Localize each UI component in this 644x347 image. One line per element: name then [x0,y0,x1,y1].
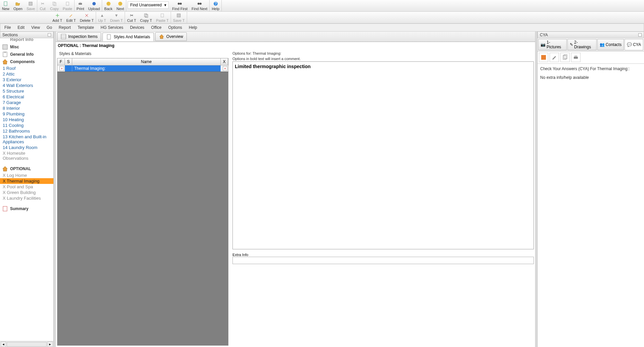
section-components[interactable]: Components [0,58,53,65]
cya-tab-drawings[interactable]: ✎2-Drawings [567,39,597,50]
save-button[interactable]: Save [25,0,37,11]
extra-info-input[interactable] [232,257,534,264]
svg-rect-26 [3,206,7,211]
comp-exterior[interactable]: 3 Exterior [0,77,53,83]
find-next-button[interactable]: Find Next [189,0,209,11]
copy-button[interactable]: Copy [48,0,61,11]
section-report-info[interactable]: Report Info [0,38,53,43]
sections-panel: Sections Report Info Misc General Info C… [0,32,54,347]
comp-attic[interactable]: 2 Attic [0,71,53,77]
comp-laundry-room[interactable]: 14 Laundry Room [0,145,53,150]
cya-tab-cya[interactable]: 💬CYA [625,39,643,50]
menu-template[interactable]: Template [75,24,97,31]
comp-homesite[interactable]: X Homesite Observations [0,150,53,161]
comp-interior[interactable]: 8 Interior [0,105,53,111]
section-general-info[interactable]: General Info [0,51,53,58]
col-s[interactable]: S [65,58,72,65]
col-f[interactable]: F [57,58,65,65]
comp-garage[interactable]: 7 Garage [0,100,53,105]
delete-t-button[interactable]: Delete T [78,12,96,23]
comp-kitchen[interactable]: 13 Kitchen and Built-in Appliances [0,134,53,145]
add-t-button[interactable]: Add T [50,12,64,23]
opt-pool-spa[interactable]: X Pool and Spa [0,184,53,190]
cya-header: CYA [538,32,644,38]
option-limited-thermo[interactable]: Limited thermographic inspection [235,64,531,69]
comp-electrical[interactable]: 6 Electrical [0,94,53,100]
tab-inspection-items[interactable]: Inspection Items [57,32,101,41]
menu-edit[interactable]: Edit [15,24,27,31]
new-button[interactable]: New [0,0,11,11]
next-button[interactable]: Next [115,0,126,11]
col-x[interactable]: X [221,58,228,65]
section-misc[interactable]: Misc [0,43,53,51]
cya-btn-print[interactable] [571,53,581,62]
cya-btn-copy[interactable] [560,53,570,62]
menu-options[interactable]: Options [166,24,185,31]
panel-toggle-icon[interactable] [48,33,51,37]
options-header-1: Options for: Thermal Imaging: [232,51,534,56]
comp-plumbing[interactable]: 9 Plumbing [0,111,53,117]
cut-t-button[interactable]: ✂Cut T [125,12,138,23]
styles-table: F S Name X × Thermal Imaging: × [57,58,228,346]
up-t-button[interactable]: ▲Up T [96,12,108,23]
section-summary[interactable]: Summary [0,205,53,212]
help-button[interactable]: ?Help [210,0,221,11]
cya-body-text: No extra info/help available [540,75,641,80]
cya-tab-pictures[interactable]: 📷1-Pictures [538,39,567,50]
opt-log-home[interactable]: X Log Home [0,172,53,178]
menu-file[interactable]: File [2,24,13,31]
cya-btn-1[interactable] [539,53,548,62]
content-subtitle: Styles & Materials [57,51,228,58]
print-button[interactable]: Print [75,0,86,11]
edit-t-button[interactable]: Edit T [64,12,78,23]
row-x-delete-icon[interactable]: × [223,66,227,71]
menu-bar: File Edit View Go Report Template HG Ser… [0,23,644,32]
menu-view[interactable]: View [29,24,43,31]
comp-wall-exteriors[interactable]: 4 Wall Exteriors [0,83,53,88]
copy-t-button[interactable]: Copy T [138,12,154,23]
menu-report[interactable]: Report [56,24,74,31]
svg-point-13 [198,3,200,5]
save-t-button[interactable]: Save T [171,12,187,23]
report-icon [2,206,8,212]
opt-thermal-imaging[interactable]: X Thermal Imaging [0,178,53,184]
paste-button[interactable]: Paste [61,0,74,11]
comp-heating[interactable]: 10 Heating [0,117,53,122]
tab-overview[interactable]: Overview [155,32,187,41]
people-icon: 👥 [600,42,605,47]
comp-cooling[interactable]: 11 Cooling [0,122,53,128]
opt-green-building[interactable]: X Green Building [0,190,53,195]
svg-rect-23 [4,52,6,53]
row-f-delete-icon[interactable]: × [59,66,64,71]
panel-toggle-icon[interactable] [638,33,642,37]
style-row-thermal[interactable]: × Thermal Imaging: × [57,65,228,72]
upload-button[interactable]: Upload [86,0,102,11]
comp-structure[interactable]: 5 Structure [0,88,53,94]
styles-table-header: F S Name X [57,58,228,65]
comp-roof[interactable]: 1 Roof [0,65,53,71]
misc-icon [2,44,8,50]
down-t-button[interactable]: ▼Down T [108,12,125,23]
svg-point-14 [200,3,202,5]
cya-btn-edit[interactable] [550,53,559,62]
tab-styles-materials[interactable]: Styles And Materials [102,33,154,41]
find-combo[interactable]: Find Unanswered▾ [128,1,169,9]
comp-bathrooms[interactable]: 12 Bathrooms [0,128,53,134]
menu-help[interactable]: Help [186,24,200,31]
opt-laundry-facilities[interactable]: X Laundry Facilities [0,195,53,201]
open-button[interactable]: Open [11,0,25,11]
upload-globe-icon [92,1,96,6]
paste-t-button[interactable]: Paste T [154,12,171,23]
cya-tab-contacts[interactable]: 👥Contacts [597,39,624,50]
menu-go[interactable]: Go [44,24,55,31]
hscrollbar[interactable]: ◄► [0,341,53,347]
cut-button[interactable]: ✂Cut [37,0,48,11]
find-first-button[interactable]: Find First [170,0,189,11]
menu-devices[interactable]: Devices [127,24,147,31]
col-name[interactable]: Name [72,58,221,65]
home-icon [159,34,164,39]
menu-office[interactable]: Office [148,24,164,31]
back-button[interactable]: Back [102,0,114,11]
menu-hg-services[interactable]: HG Services [98,24,126,31]
section-optional[interactable]: OPTIONAL [0,165,53,172]
